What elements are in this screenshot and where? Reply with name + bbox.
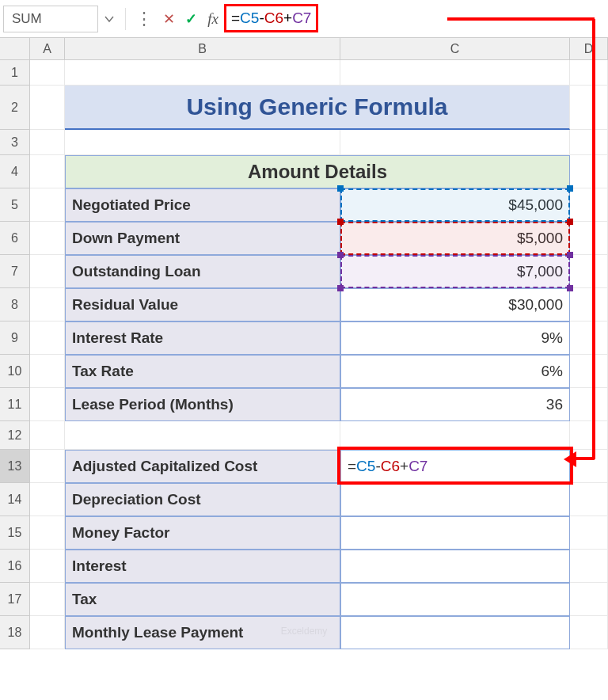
value-cell[interactable] [340,583,570,616]
value-cell[interactable] [340,516,570,550]
value-cell[interactable] [340,483,570,516]
row-header[interactable]: 18 [0,616,30,649]
cancel-icon[interactable]: ✕ [158,6,180,32]
row-header[interactable]: 15 [0,516,30,550]
formula-ref-c7: C7 [292,10,311,27]
active-cell-c13[interactable]: =C5-C6+C7 [340,450,570,483]
row-header-active[interactable]: 13 [0,450,30,483]
row-header[interactable]: 5 [0,188,30,222]
row-headers: 1 2 3 4 5 6 7 8 9 10 11 12 13 14 15 16 1… [0,60,30,649]
column-headers: A B C D [0,38,608,60]
name-box[interactable]: SUM [3,6,98,32]
label-cell[interactable]: Interest Rate [65,321,340,355]
value-cell[interactable] [340,616,570,649]
formula-ref-c6: C6 [264,10,283,27]
spreadsheet-grid[interactable]: Using Generic Formula Amount Details Neg… [30,60,608,649]
value-cell[interactable]: $30,000 [340,288,570,321]
label-cell[interactable]: Monthly Lease Payment [65,616,340,649]
row-header[interactable]: 4 [0,155,30,188]
enter-icon[interactable]: ✓ [180,6,202,32]
callout-arrow [592,19,595,459]
label-cell[interactable]: Adjusted Capitalized Cost [65,450,340,483]
callout-arrowhead-icon [564,451,576,467]
value-cell[interactable]: 6% [340,355,570,388]
value-cell-c6[interactable]: $5,000 [340,222,570,255]
label-cell[interactable]: Tax [65,583,340,616]
row-header[interactable]: 12 [0,421,30,450]
formula-highlight: =C5-C6+C7 [224,4,318,32]
more-icon[interactable]: ⋮ [131,9,158,29]
title-cell[interactable]: Using Generic Formula [65,86,570,130]
row-header[interactable]: 2 [0,86,30,130]
label-cell[interactable]: Residual Value [65,288,340,321]
row-header[interactable]: 16 [0,550,30,583]
select-all-corner[interactable] [0,38,30,59]
row-header[interactable]: 6 [0,222,30,255]
label-cell[interactable]: Negotiated Price [65,188,340,222]
row-header[interactable]: 1 [0,60,30,86]
row-header[interactable]: 8 [0,288,30,321]
row-header[interactable]: 7 [0,255,30,288]
row-header[interactable]: 14 [0,483,30,516]
value-cell[interactable]: 36 [340,388,570,421]
col-header-a[interactable]: A [30,38,65,59]
label-cell[interactable]: Outstanding Loan [65,255,340,288]
formula-ref-c5: C5 [240,10,259,27]
section-header[interactable]: Amount Details [65,155,570,188]
row-header[interactable]: 17 [0,583,30,616]
row-header[interactable]: 11 [0,388,30,421]
value-cell[interactable]: 9% [340,321,570,355]
row-header[interactable]: 10 [0,355,30,388]
col-header-b[interactable]: B [65,38,340,59]
row-header[interactable]: 9 [0,321,30,355]
col-header-c[interactable]: C [340,38,570,59]
label-cell[interactable]: Lease Period (Months) [65,388,340,421]
label-cell[interactable]: Interest [65,550,340,583]
name-box-dropdown-icon[interactable] [98,15,120,23]
value-cell[interactable] [340,550,570,583]
label-cell[interactable]: Money Factor [65,516,340,550]
callout-arrow [576,457,595,460]
fx-icon[interactable]: fx [202,6,224,32]
value-cell-c7[interactable]: $7,000 [340,255,570,288]
row-header[interactable]: 3 [0,130,30,155]
label-cell[interactable]: Tax Rate [65,355,340,388]
label-cell[interactable]: Depreciation Cost [65,483,340,516]
label-cell[interactable]: Down Payment [65,222,340,255]
callout-arrow [447,17,595,21]
col-header-d[interactable]: D [570,38,608,59]
value-cell-c5[interactable]: $45,000 [340,188,570,222]
